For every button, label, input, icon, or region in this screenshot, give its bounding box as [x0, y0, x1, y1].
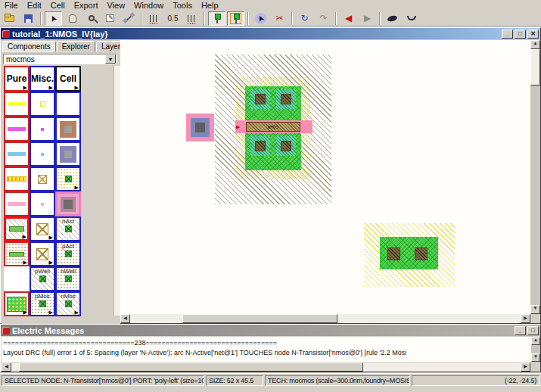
canvas-hscroll-thumb[interactable] [182, 314, 337, 323]
palette-cell[interactable] [4, 92, 30, 117]
tab-components[interactable]: Components [2, 41, 56, 52]
maximize-button[interactable]: □ [515, 30, 526, 39]
palette-cell[interactable] [30, 166, 55, 191]
menu-window[interactable]: Window [129, 0, 168, 11]
palette-cell-nmos[interactable]: nMos▶ [55, 291, 81, 316]
messages-minimize-button[interactable]: _ [515, 326, 526, 335]
palette-cell[interactable] [55, 92, 81, 117]
save-button[interactable] [20, 11, 37, 26]
canvas-scroll-right-button[interactable]: ▶ [521, 314, 530, 323]
palette-cell-nact[interactable]: nAct [55, 216, 81, 241]
messages-title: Electric Messages [12, 326, 512, 335]
contact-cut[interactable] [255, 141, 266, 151]
contact-cut[interactable] [415, 247, 428, 260]
erase-button[interactable]: ✂ [271, 11, 288, 26]
palette-cell[interactable]: ▶ [30, 241, 55, 266]
messages-scroll-down-button[interactable]: ▼ [531, 353, 540, 362]
show-ports-toggle[interactable] [208, 11, 225, 26]
palette-header-pure[interactable]: Pure▶ [4, 66, 30, 92]
redo-button[interactable]: ▶ [359, 11, 376, 26]
status-size: SIZE: 52 x 45.5 [206, 375, 263, 386]
messages-scroll-right-button[interactable]: ▶ [521, 362, 530, 372]
show-exports-toggle[interactable] [227, 11, 244, 26]
contact-cut[interactable] [255, 94, 266, 104]
palette-cell[interactable]: ▶ [4, 291, 30, 316]
mirror-button[interactable]: ↷ [315, 11, 332, 26]
palette-cell[interactable] [30, 191, 55, 216]
messages-titlebar[interactable]: Electric Messages _ □ [1, 325, 540, 336]
nmos-transistor-gate[interactable]: NMOS [246, 122, 300, 132]
grid-spacing-label: 0.5 [168, 14, 179, 23]
palette-cell[interactable]: ▶ [4, 241, 30, 266]
minimize-button[interactable]: _ [502, 30, 513, 39]
palette-cell-selected-contact[interactable] [55, 191, 81, 216]
contact-cut[interactable] [281, 94, 291, 104]
select-special-button[interactable]: ➤ [252, 11, 269, 26]
palette-cell-pmos[interactable]: pMos▶ [30, 291, 55, 316]
submenu-arrow-icon: ▶ [75, 85, 79, 90]
contact-cut[interactable] [387, 247, 400, 260]
palette-cell[interactable] [30, 142, 55, 166]
messages-scroll-left-button[interactable]: ◀ [2, 362, 11, 372]
wiring-tool-button[interactable] [120, 11, 138, 26]
palette-cell[interactable] [4, 191, 30, 216]
messages-text-area[interactable]: =================================238====… [2, 337, 531, 362]
palette-cell[interactable] [55, 142, 81, 166]
grid-spacing-button[interactable]: 0.5 [164, 11, 182, 26]
rotate-button[interactable]: ↻ [296, 11, 313, 26]
menu-cell[interactable]: Cell [46, 0, 70, 11]
palette-cell[interactable] [4, 117, 30, 142]
outline-tool-button[interactable]: ✎ [101, 11, 119, 26]
canvas-scroll-up-button[interactable]: ▲ [530, 40, 540, 49]
palette-cell[interactable] [4, 266, 30, 291]
zoom-tool-button[interactable] [82, 11, 100, 26]
grid-alignment-button[interactable] [183, 11, 201, 26]
palette-cell[interactable] [55, 117, 81, 142]
palette-cell[interactable]: ▶ [30, 216, 55, 241]
palette-cell[interactable] [4, 166, 30, 191]
palette-header-misc[interactable]: Misc.▶ [30, 66, 55, 92]
palette-cell-selected-nactive-arc[interactable]: ▶ [4, 216, 30, 241]
palette-cell[interactable] [30, 117, 55, 142]
palette-cell-nwell[interactable]: nWell [55, 266, 81, 291]
technology-dropdown[interactable]: mocmos ▼ [3, 54, 117, 64]
pan-tool-button[interactable] [64, 11, 81, 26]
open-button[interactable] [1, 11, 18, 26]
palette-cell-pact[interactable]: pAct [55, 241, 81, 266]
menu-edit[interactable]: Edit [23, 0, 46, 11]
grid-toggle-button[interactable] [145, 11, 163, 26]
menu-export[interactable]: Export [70, 0, 103, 11]
palette-header-cell[interactable]: Cell▶ [55, 66, 81, 92]
chevron-down-icon[interactable]: ▼ [105, 54, 116, 64]
close-button[interactable]: ✕ [527, 30, 539, 39]
menu-file[interactable]: File [0, 0, 23, 11]
palette-cell[interactable]: ▶ [55, 166, 81, 191]
canvas-scroll-down-button[interactable]: ▼ [530, 305, 540, 314]
poly-left-port-icon[interactable]: ▶ [236, 124, 240, 129]
component-palette: Pure▶ Misc.▶ Cell▶ ▶ [4, 66, 81, 316]
messages-maximize-button[interactable]: □ [527, 326, 539, 335]
expand-cells-button[interactable] [384, 11, 401, 26]
palette-cell-pwell[interactable]: pWell [30, 266, 55, 291]
pin-node-selected[interactable] [186, 114, 214, 142]
messages-hscroll-thumb[interactable] [19, 362, 363, 372]
undo-button[interactable]: ◀ [340, 11, 357, 26]
palette-scrollbar[interactable] [113, 66, 120, 316]
pointer-tool-button[interactable]: ➤ [45, 11, 62, 26]
toolbar-separator [379, 12, 381, 25]
canvas-scroll-left-button[interactable]: ◀ [120, 314, 130, 323]
menu-help[interactable]: Help [197, 0, 223, 11]
palette-cell[interactable] [30, 92, 55, 117]
messages-window: Electric Messages _ □ ==================… [0, 324, 541, 372]
canvas-vscroll-thumb[interactable] [530, 49, 540, 86]
contact-cut[interactable] [281, 141, 291, 151]
tab-explorer[interactable]: Explorer [57, 41, 95, 52]
grid-icon [150, 15, 159, 22]
palette-cell[interactable] [4, 142, 30, 166]
collapse-cells-button[interactable] [403, 11, 420, 26]
menu-tools[interactable]: Tools [168, 0, 197, 11]
menu-view[interactable]: View [102, 0, 129, 11]
messages-scroll-up-button[interactable]: ▲ [531, 337, 540, 345]
layout-canvas[interactable]: ▶ NMOS [120, 40, 530, 314]
edit-window-titlebar[interactable]: tutorial_1:NMOS_IV{lay} _ □ ✕ [1, 28, 540, 39]
